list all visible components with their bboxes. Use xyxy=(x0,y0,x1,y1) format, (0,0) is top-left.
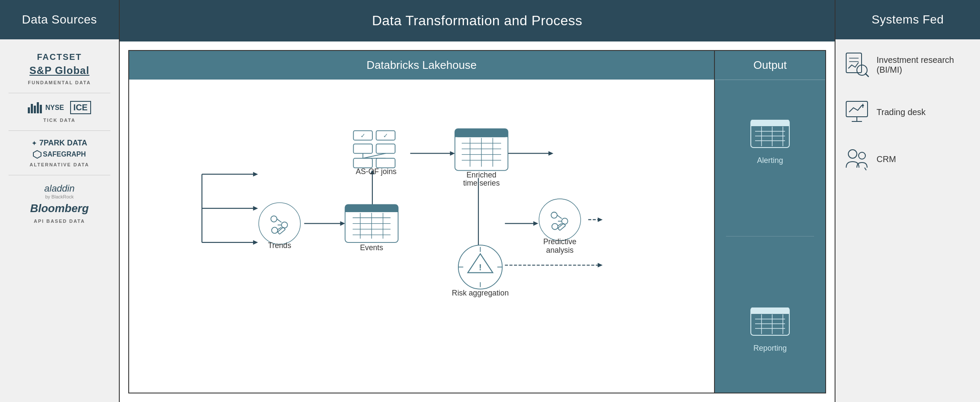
aladdin-sub: by BlackRock xyxy=(45,194,74,199)
svg-rect-35 xyxy=(345,208,398,212)
svg-text:✓: ✓ xyxy=(383,132,388,139)
park7-row: ✦ 7PARK DATA xyxy=(32,139,87,148)
investment-research-item: Investment research (BI/MI) xyxy=(844,48,971,82)
asof-node: ✓ ✓ AS-OF joins xyxy=(354,129,399,176)
svg-text:✓: ✓ xyxy=(360,132,366,139)
svg-text:Events: Events xyxy=(360,243,383,252)
svg-rect-98 xyxy=(751,311,789,314)
svg-point-24 xyxy=(259,203,300,244)
nyse-text: NYSE xyxy=(45,104,64,112)
svg-line-109 xyxy=(865,74,868,77)
crm-label: CRM xyxy=(877,154,896,164)
factset-logo: FACTSET xyxy=(37,52,82,62)
svg-point-115 xyxy=(848,150,857,158)
svg-rect-59 xyxy=(455,133,508,137)
svg-text:!: ! xyxy=(479,263,481,272)
svg-marker-114 xyxy=(862,103,864,106)
svg-point-116 xyxy=(859,152,865,159)
systems-fed-content: Investment research (BI/MI) Trad xyxy=(835,39,980,185)
svg-text:Enriched: Enriched xyxy=(466,171,496,179)
data-sources-header: Data Sources xyxy=(0,0,119,39)
right-column: Systems Fed Investment research (BI/MI) xyxy=(835,0,980,402)
svg-rect-110 xyxy=(846,101,868,117)
svg-marker-12 xyxy=(450,151,455,156)
aladdin-row: aladdin by BlackRock xyxy=(44,183,75,199)
svg-marker-20 xyxy=(598,217,603,222)
sp-global-logo: S&P Global xyxy=(30,65,89,77)
databricks-container: Databricks Lakehouse xyxy=(128,50,826,393)
databricks-header: Databricks Lakehouse xyxy=(129,51,714,80)
fundamental-category: FUNDAMENTAL DATA xyxy=(28,80,91,85)
investment-research-icon xyxy=(844,52,870,78)
investment-research-label: Investment research (BI/MI) xyxy=(877,55,971,75)
predictive-node: Predictive analysis xyxy=(539,199,581,254)
svg-text:Trends: Trends xyxy=(268,241,292,250)
svg-marker-6 xyxy=(253,240,258,245)
fundamental-data-group: FACTSET S&P Global FUNDAMENTAL DATA xyxy=(9,52,110,93)
svg-rect-89 xyxy=(751,123,789,126)
trading-desk-icon xyxy=(844,99,870,125)
svg-text:time series: time series xyxy=(463,179,500,187)
reporting-icon xyxy=(749,307,791,340)
alerting-item: Alerting xyxy=(721,120,819,165)
trading-desk-label: Trading desk xyxy=(877,107,926,117)
safegraph-logo: SAFEGRAPH xyxy=(33,150,86,159)
ice-logo: ICE xyxy=(70,101,91,114)
nyse-logo: NYSE xyxy=(28,102,64,113)
crm-item: CRM xyxy=(844,142,971,176)
center-header: Data Transformation and Process xyxy=(120,0,835,41)
trends-node: Trends xyxy=(259,203,300,250)
svg-text:Predictive: Predictive xyxy=(543,237,576,246)
alerting-icon xyxy=(749,120,791,152)
api-category: API BASED DATA xyxy=(34,219,85,224)
svg-marker-14 xyxy=(549,151,554,156)
svg-marker-18 xyxy=(533,221,538,226)
output-items: Alerting xyxy=(715,80,825,393)
reporting-label: Reporting xyxy=(753,344,787,353)
tick-data-group: NYSE ICE TICK DATA xyxy=(9,101,110,131)
databricks-main: Databricks Lakehouse xyxy=(129,51,714,393)
tick-category: TICK DATA xyxy=(43,118,76,123)
bloomberg-logo: Bloomberg xyxy=(30,202,89,215)
svg-marker-2 xyxy=(253,172,258,177)
alternative-category: ALTERNATIVE DATA xyxy=(30,162,89,167)
api-data-group: aladdin by BlackRock Bloomberg API BASED… xyxy=(9,183,110,231)
park7-logo: 7PARK DATA xyxy=(39,139,87,148)
events-node: Events xyxy=(345,204,398,251)
left-column: Data Sources FACTSET S&P Global FUNDAMEN… xyxy=(0,0,120,402)
alternative-data-group: ✦ 7PARK DATA SAFEGRAPH ALTERNATIVE DATA xyxy=(9,139,110,175)
svg-line-117 xyxy=(865,168,866,170)
enriched-ts-node: Enriched time series xyxy=(455,129,508,187)
svg-marker-8 xyxy=(340,221,345,226)
diagram-svg: Trends xyxy=(129,80,714,345)
systems-fed-header: Systems Fed xyxy=(835,0,980,39)
output-panel: Output xyxy=(714,51,825,393)
trading-desk-item: Trading desk xyxy=(844,95,971,129)
svg-marker-0 xyxy=(33,151,41,158)
output-header: Output xyxy=(715,51,825,80)
crm-icon xyxy=(844,146,870,172)
aladdin-logo: aladdin xyxy=(44,183,75,194)
center-content: Databricks Lakehouse xyxy=(120,41,835,402)
nyse-bars xyxy=(28,102,42,113)
svg-point-69 xyxy=(539,199,581,240)
svg-text:AS-OF joins: AS-OF joins xyxy=(356,167,397,176)
risk-node: ! Risk aggregation xyxy=(452,245,509,297)
data-sources-content: FACTSET S&P Global FUNDAMENTAL DATA NYSE… xyxy=(0,39,119,244)
svg-text:analysis: analysis xyxy=(546,246,573,254)
alerting-label: Alerting xyxy=(757,156,783,165)
svg-marker-22 xyxy=(598,263,603,268)
svg-marker-4 xyxy=(253,206,258,211)
tick-logos-row: NYSE ICE xyxy=(28,101,91,114)
reporting-item: Reporting xyxy=(721,307,819,353)
svg-text:Risk aggregation: Risk aggregation xyxy=(452,289,509,297)
center-column: Data Transformation and Process Databric… xyxy=(120,0,835,402)
svg-rect-105 xyxy=(846,53,862,73)
